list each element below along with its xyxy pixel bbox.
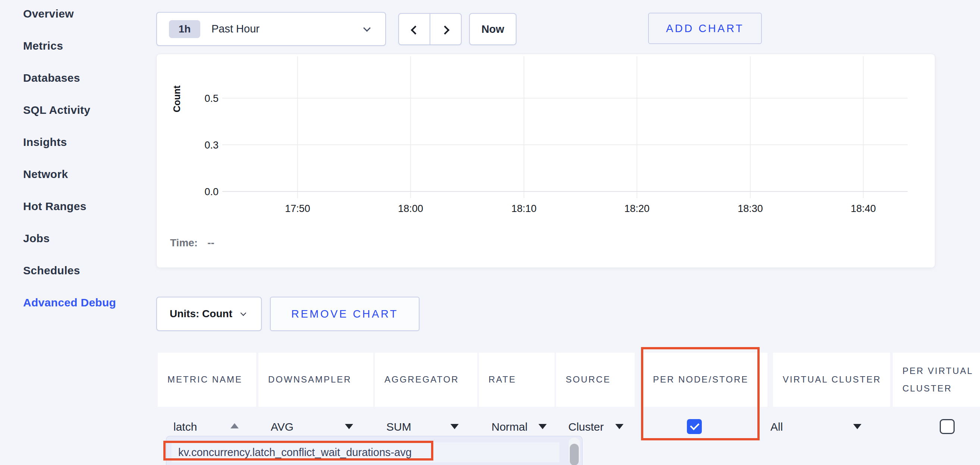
x-tick-label: 18:10 — [511, 203, 537, 214]
aggregator-select[interactable]: SUM — [387, 419, 411, 435]
now-button[interactable]: Now — [469, 13, 517, 45]
dropdown-scrollbar-thumb[interactable] — [570, 444, 579, 465]
chart-time-readout: Time: -- — [170, 237, 215, 249]
rate-select-arrow-icon[interactable] — [538, 424, 547, 429]
sidebar-item-metrics[interactable]: Metrics — [0, 30, 153, 62]
sidebar-item-hot-ranges[interactable]: Hot Ranges — [0, 190, 153, 222]
sidebar-item-schedules[interactable]: Schedules — [0, 254, 153, 287]
chevron-right-icon — [441, 26, 449, 34]
chart-time-value: -- — [207, 237, 215, 249]
sidebar-item-advanced-debug[interactable]: Advanced Debug — [0, 287, 153, 319]
column-header-per-node-store: PER NODE/STORE — [643, 353, 767, 407]
sidebar-list: OverviewMetricsDatabasesSQL ActivityInsi… — [0, 0, 153, 319]
x-tick-label: 17:50 — [285, 203, 310, 214]
column-header-virtual-cluster: VIRTUAL CLUSTER — [773, 353, 890, 407]
downsampler-select[interactable]: AVG — [271, 419, 293, 435]
column-header-per-virtual-cluster: PER VIRTUAL CLUSTER — [893, 353, 980, 407]
x-tick-label: 18:40 — [851, 203, 876, 214]
sidebar-nav: OverviewMetricsDatabasesSQL ActivityInsi… — [0, 0, 153, 319]
metric-chart: 17:5018:0018:1018:2018:3018:400.50.30.0C… — [157, 54, 935, 268]
previous-window-button[interactable] — [398, 13, 430, 45]
column-header-aggregator: AGGREGATOR — [375, 353, 477, 407]
source-select[interactable]: Cluster — [568, 419, 604, 435]
next-window-button[interactable] — [430, 13, 462, 45]
time-window-nav — [398, 13, 462, 45]
column-header-rate: RATE — [479, 353, 555, 407]
column-header-source: SOURCE — [556, 353, 635, 407]
column-header-downsampler: DOWNSAMPLER — [258, 353, 373, 407]
virtual-cluster-select-arrow-icon[interactable] — [853, 424, 861, 429]
units-select-label: Units: Count — [170, 308, 232, 320]
aggregator-select-arrow-icon[interactable] — [450, 424, 459, 429]
y-tick-label: 0.0 — [204, 186, 218, 197]
x-tick-label: 18:00 — [398, 203, 423, 214]
units-select[interactable]: Units: Count — [156, 297, 262, 331]
time-range-picker[interactable]: 1h Past Hour — [156, 12, 386, 46]
y-axis-label: Count — [172, 85, 182, 112]
metric-suggestions-dropdown: kv.concurrency.latch_conflict_wait_durat… — [166, 436, 582, 465]
metric-name-input[interactable]: latch — [173, 419, 197, 435]
x-tick-label: 18:20 — [624, 203, 650, 214]
chart-time-label: Time: — [170, 237, 198, 249]
sidebar-item-jobs[interactable]: Jobs — [0, 222, 153, 254]
sidebar-item-sql-activity[interactable]: SQL Activity — [0, 94, 153, 126]
virtual-cluster-select[interactable]: All — [770, 419, 783, 435]
time-range-badge: 1h — [169, 20, 200, 38]
chevron-down-icon — [240, 310, 247, 316]
sidebar-item-insights[interactable]: Insights — [0, 126, 153, 158]
chevron-left-icon — [410, 26, 420, 34]
downsampler-select-arrow-icon[interactable] — [345, 424, 353, 429]
per-virtual-cluster-checkbox[interactable] — [940, 419, 955, 434]
sidebar-item-databases[interactable]: Databases — [0, 62, 153, 94]
y-tick-label: 0.3 — [204, 139, 218, 151]
sidebar-item-network[interactable]: Network — [0, 158, 153, 190]
chevron-down-icon — [363, 24, 371, 32]
per-node-store-checkbox[interactable] — [687, 419, 702, 434]
add-chart-button[interactable]: ADD CHART — [648, 13, 762, 44]
custom-chart-page: OverviewMetricsDatabasesSQL ActivityInsi… — [0, 0, 980, 465]
column-header-metric-name: METRIC NAME — [158, 353, 256, 407]
metric-chart-card: 17:5018:0018:1018:2018:3018:400.50.30.0C… — [156, 54, 935, 268]
rate-select[interactable]: Normal — [492, 419, 528, 435]
time-range-label: Past Hour — [212, 23, 259, 35]
x-tick-label: 18:30 — [738, 203, 763, 214]
y-tick-label: 0.5 — [204, 93, 218, 104]
source-select-arrow-icon[interactable] — [615, 424, 624, 429]
metric-name-collapse-icon[interactable] — [231, 423, 239, 428]
sidebar-item-overview[interactable]: Overview — [0, 0, 153, 30]
metric-suggestion-item[interactable]: kv.concurrency.latch_conflict_wait_durat… — [172, 442, 559, 462]
remove-chart-button[interactable]: REMOVE CHART — [270, 297, 420, 331]
